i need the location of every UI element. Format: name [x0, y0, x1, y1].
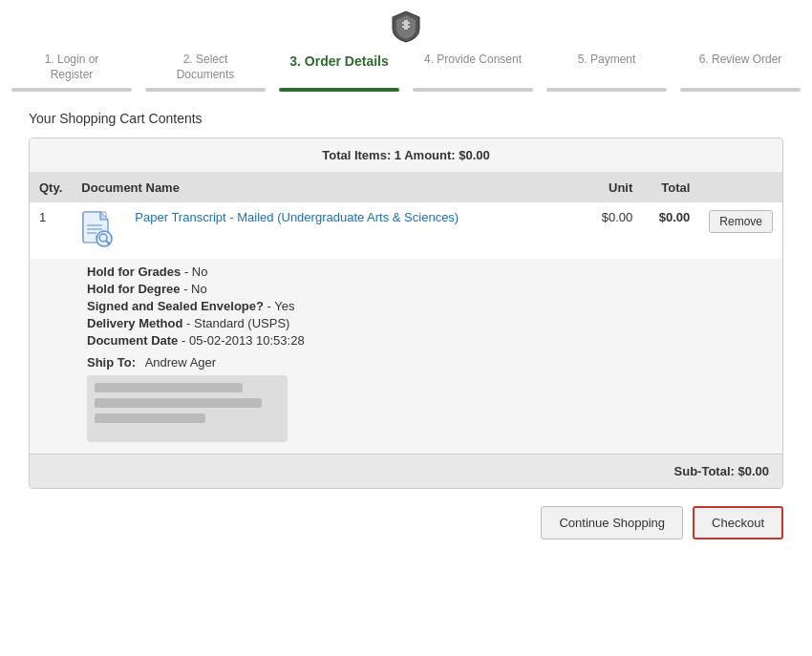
item-qty: 1 — [30, 202, 72, 259]
col-unit: Unit — [585, 173, 642, 202]
action-row: Continue Shopping Checkout — [29, 489, 783, 549]
address-blur-line-1 — [95, 383, 243, 392]
ship-to-section: Ship To: Andrew Ager — [87, 355, 773, 442]
subtotal-bar: Sub-Total: $0.00 — [30, 454, 782, 488]
detail-signed-sealed-value: - Yes — [267, 299, 295, 313]
table-row: 1 — [30, 202, 782, 259]
steps-header: 1. Login orRegister 2. SelectDocuments 3… — [0, 0, 812, 92]
address-block — [87, 375, 288, 442]
address-blur-lines — [87, 375, 288, 436]
step-bar-payment — [546, 88, 667, 92]
step-review[interactable]: 6. Review Order — [673, 53, 807, 68]
ship-to-label: Ship To: — [87, 355, 136, 370]
item-details-cell: Hold for Grades - No Hold for Degree - N… — [30, 259, 782, 454]
detail-delivery-value: - Standard (USPS) — [186, 316, 289, 330]
detail-doc-date: Document Date - 05-02-2013 10:53:28 — [87, 333, 773, 348]
detail-signed-sealed: Signed and Sealed Envelope? - Yes — [87, 299, 773, 313]
doc-link[interactable]: Paper Transcript - Mailed (Undergraduate… — [135, 210, 459, 224]
svg-rect-2 — [404, 20, 408, 30]
item-details-row: Hold for Grades - No Hold for Degree - N… — [30, 259, 782, 454]
step-bar-order — [279, 88, 399, 92]
step-bar-select — [145, 88, 266, 92]
checkout-button[interactable]: Checkout — [693, 506, 783, 540]
detail-doc-date-value: - 05-02-2013 10:53:28 — [182, 333, 305, 348]
logo-area — [391, 10, 421, 47]
section-title: Your Shopping Cart Contents — [29, 111, 783, 126]
continue-shopping-button[interactable]: Continue Shopping — [541, 506, 683, 540]
item-total: $0.00 — [642, 202, 699, 259]
step-consent[interactable]: 4. Provide Consent — [406, 53, 540, 68]
step-login[interactable]: 1. Login orRegister — [5, 53, 139, 82]
remove-button[interactable]: Remove — [709, 210, 773, 233]
detail-hold-grades: Hold for Grades - No — [87, 265, 773, 279]
cart-summary: Total Items: 1 Amount: $0.00 — [30, 138, 782, 173]
col-doc-name: Document Name — [72, 173, 585, 202]
detail-hold-grades-value: - No — [184, 265, 208, 279]
detail-hold-grades-label: Hold for Grades — [87, 265, 181, 279]
address-blur-line-2 — [95, 398, 262, 408]
step-bar-review — [680, 88, 801, 92]
step-order[interactable]: 3. Order Details — [272, 53, 406, 70]
col-action — [699, 173, 782, 202]
university-logo — [391, 10, 421, 44]
table-header-row: Qty. Document Name Unit Total — [30, 173, 782, 202]
page-content: Your Shopping Cart Contents Total Items:… — [0, 92, 812, 568]
address-blur-line-3 — [95, 413, 205, 423]
detail-doc-date-label: Document Date — [87, 333, 178, 348]
step-select[interactable]: 2. SelectDocuments — [139, 53, 272, 82]
ship-to-name: Andrew Ager — [145, 355, 216, 370]
detail-hold-degree-label: Hold for Degree — [87, 282, 181, 296]
item-remove-cell: Remove — [699, 202, 782, 259]
cart-container: Total Items: 1 Amount: $0.00 Qty. Docume… — [29, 138, 783, 489]
detail-hold-degree: Hold for Degree - No — [87, 282, 773, 296]
step-bar-consent — [413, 88, 533, 92]
document-icon — [81, 210, 116, 248]
col-total: Total — [642, 173, 699, 202]
detail-hold-degree-value: - No — [183, 282, 207, 296]
step-bar-login — [11, 88, 132, 92]
detail-delivery-label: Delivery Method — [87, 316, 182, 330]
item-doc-cell: Paper Transcript - Mailed (Undergraduate… — [125, 202, 585, 259]
detail-signed-sealed-label: Signed and Sealed Envelope? — [87, 299, 264, 313]
detail-delivery: Delivery Method - Standard (USPS) — [87, 316, 773, 330]
item-icon-cell — [72, 202, 125, 259]
step-bars — [0, 88, 812, 92]
col-qty: Qty. — [30, 173, 72, 202]
steps-row: 1. Login orRegister 2. SelectDocuments 3… — [0, 53, 812, 82]
item-unit: $0.00 — [585, 202, 642, 259]
cart-table: Qty. Document Name Unit Total 1 — [30, 173, 782, 454]
step-payment[interactable]: 5. Payment — [540, 53, 673, 68]
